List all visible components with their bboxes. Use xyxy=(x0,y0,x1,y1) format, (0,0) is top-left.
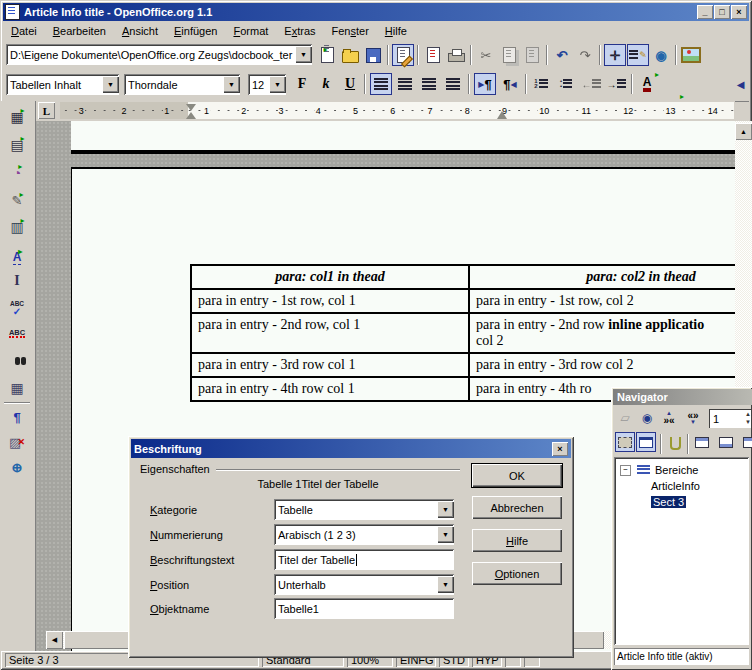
tab-stop-selector[interactable]: L xyxy=(38,102,55,119)
page-2-bottom[interactable] xyxy=(71,121,735,154)
ok-button[interactable]: OK xyxy=(472,464,562,487)
tree-item-bereiche[interactable]: − Bereiche xyxy=(614,462,749,478)
bullet-list-icon[interactable]: •• xyxy=(555,73,577,95)
beschriftungstext-input[interactable]: Titel der Tabelle xyxy=(274,549,454,570)
align-right-icon[interactable] xyxy=(418,73,440,95)
indent-marker-bottom[interactable] xyxy=(186,112,196,119)
autotext-icon[interactable]: A xyxy=(6,246,28,268)
right-indent-marker[interactable] xyxy=(497,111,507,119)
font-color-icon[interactable]: A xyxy=(636,73,658,95)
menu-datei[interactable]: Datei xyxy=(3,23,45,39)
navigator-content-tree[interactable]: − Bereiche ArticleInfo Sect 3 xyxy=(614,457,749,645)
visible-buttons-arrow[interactable]: ◀ xyxy=(732,73,749,95)
data-sources-icon[interactable]: ▦ xyxy=(6,377,28,399)
form-functions-icon[interactable]: ▥ xyxy=(6,216,28,238)
print-icon[interactable] xyxy=(445,44,467,66)
hyperlink-globe-icon[interactable]: ◉ xyxy=(650,44,672,66)
stylist-icon[interactable]: ✎ xyxy=(627,44,649,66)
insert-object-icon[interactable]: ◔ xyxy=(6,162,28,184)
justify-icon[interactable] xyxy=(442,73,464,95)
edit-file-icon[interactable] xyxy=(392,44,414,66)
draw-functions-icon[interactable]: ✎ xyxy=(6,189,28,211)
tree-item-articleinfo[interactable]: ArticleInfo xyxy=(614,478,749,494)
drag-mode-icon[interactable]: ▱ xyxy=(615,408,635,428)
hilfe-button[interactable]: Hilfe xyxy=(472,529,562,552)
list-box-toggle-icon[interactable] xyxy=(615,432,635,452)
size-dropdown-arrow[interactable]: ▼ xyxy=(269,76,286,93)
kategorie-combobox[interactable]: Tabelle▼ xyxy=(274,499,454,520)
maximize-button[interactable]: □ xyxy=(714,5,730,19)
numbered-list-icon[interactable]: 12 xyxy=(530,73,552,95)
document-table[interactable]: para: col1 in thead para: col2 in thead … xyxy=(190,264,736,402)
horizontal-ruler[interactable]: 321 1234567891011121314 xyxy=(60,102,734,119)
previous-object-icon[interactable]: ▲»« xyxy=(659,408,679,428)
paragraph-style-combobox[interactable]: Tabellen Inhalt▼ xyxy=(6,74,119,95)
font-dropdown-arrow[interactable]: ▼ xyxy=(223,76,240,93)
nummerierung-dropdown-arrow[interactable]: ▼ xyxy=(437,526,454,543)
minimize-button[interactable]: _ xyxy=(697,5,713,19)
table-row[interactable]: para in entry - 1st row, col 1 para in e… xyxy=(192,290,736,314)
increase-indent-icon[interactable]: → xyxy=(605,73,627,95)
menu-fenster[interactable]: Fenster xyxy=(324,23,377,39)
bold-button[interactable]: F xyxy=(291,73,313,95)
navigator-title-bar[interactable]: Navigator xyxy=(613,389,752,405)
open-icon[interactable] xyxy=(339,44,361,66)
url-combobox[interactable]: D:\Eigene Dokumente\OpenOffice.org Zeugs… xyxy=(6,44,312,65)
position-dropdown-arrow[interactable]: ▼ xyxy=(437,576,454,593)
style-dropdown-arrow[interactable]: ▼ xyxy=(102,76,119,93)
navigator-window[interactable]: Navigator ▱ ◉ ▲»« «»▼ 1▲▼ − Bereiche xyxy=(611,387,752,670)
footer-icon[interactable] xyxy=(716,432,736,452)
table-row[interactable]: para in entry - 2nd row, col 1 para in e… xyxy=(192,314,736,354)
auto-spellcheck-icon[interactable]: ABC xyxy=(6,323,28,345)
nonprinting-characters-icon[interactable]: ¶ xyxy=(6,406,28,428)
navigator-document-selector[interactable]: Article Info title (aktiv) xyxy=(614,648,749,665)
anchor-text-icon[interactable] xyxy=(740,432,752,452)
table-header-row[interactable]: para: col1 in thead para: col2 in thead xyxy=(192,266,736,290)
italic-button[interactable]: k xyxy=(315,73,337,95)
collapse-icon[interactable]: − xyxy=(620,465,631,476)
direct-cursor-icon[interactable]: I xyxy=(6,270,28,292)
objektname-input[interactable]: Tabelle1 xyxy=(274,598,454,619)
content-view-icon[interactable] xyxy=(636,432,656,452)
title-bar[interactable]: Article Info title - OpenOffice.org 1.1 … xyxy=(3,3,749,21)
scroll-left-arrow[interactable]: ◀ xyxy=(46,631,63,649)
set-reminder-icon[interactable] xyxy=(665,432,685,452)
export-pdf-icon[interactable] xyxy=(422,44,444,66)
header-icon[interactable] xyxy=(692,432,712,452)
insert-table-icon[interactable]: ▦ xyxy=(6,106,28,128)
menu-ansicht[interactable]: Ansicht xyxy=(114,23,166,39)
position-combobox[interactable]: Unterhalb▼ xyxy=(274,574,454,595)
spellcheck-icon[interactable]: ABC✓ xyxy=(6,297,28,319)
insert-fields-icon[interactable]: ▤ xyxy=(6,134,28,156)
right-to-left-icon[interactable]: ¶◀ xyxy=(499,73,521,95)
table-row[interactable]: para in entry - 3rd row col 1 para in en… xyxy=(192,354,736,378)
align-center-icon[interactable] xyxy=(394,73,416,95)
tree-item-sect3[interactable]: Sect 3 xyxy=(614,494,749,510)
optionen-button[interactable]: Optionen xyxy=(472,562,562,585)
nummerierung-combobox[interactable]: Arabisch (1 2 3)▼ xyxy=(274,524,454,545)
abbrechen-button[interactable]: Abbrechen xyxy=(472,496,562,519)
caption-dialog[interactable]: Beschriftung × Eigenschaften Tabelle 1Ti… xyxy=(128,436,574,658)
table-header-cell[interactable]: para: col2 in thead xyxy=(470,266,736,288)
align-left-icon[interactable] xyxy=(370,73,392,95)
close-button[interactable]: × xyxy=(731,5,747,19)
new-document-icon[interactable] xyxy=(316,44,338,66)
scroll-up-arrow[interactable]: ▲ xyxy=(735,123,752,140)
url-dropdown-arrow[interactable]: ▼ xyxy=(295,46,312,63)
font-name-combobox[interactable]: Thorndale▼ xyxy=(124,74,240,95)
undo-icon[interactable]: ↶ xyxy=(551,44,573,66)
graphics-on-off-icon[interactable]: ▨✕ xyxy=(6,431,28,453)
dialog-close-icon[interactable]: × xyxy=(552,442,568,456)
left-to-right-icon[interactable]: ▶¶ xyxy=(474,73,496,95)
menu-extras[interactable]: Extras xyxy=(276,23,323,39)
underline-button[interactable]: U xyxy=(339,73,361,95)
menu-einfuegen[interactable]: Einfügen xyxy=(166,23,225,39)
gallery-icon[interactable] xyxy=(680,44,702,66)
menu-hilfe[interactable]: Hilfe xyxy=(377,23,415,39)
navigation-icon[interactable]: ◉ xyxy=(637,408,657,428)
save-icon[interactable] xyxy=(362,44,384,66)
page-number-spinner[interactable]: 1▲▼ xyxy=(709,409,751,428)
kategorie-dropdown-arrow[interactable]: ▼ xyxy=(437,501,454,518)
online-layout-icon[interactable]: ⊕ xyxy=(6,456,28,478)
navigator-icon[interactable]: ✛ xyxy=(604,44,626,66)
